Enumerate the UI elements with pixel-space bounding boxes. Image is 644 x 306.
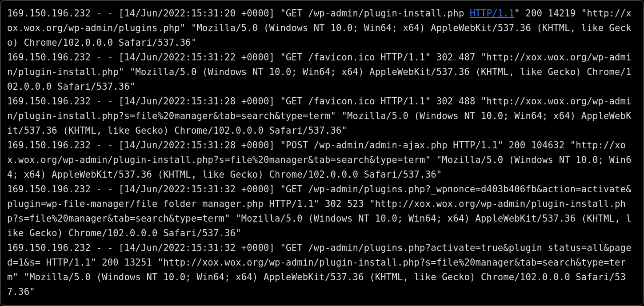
log-entry: 169.150.196.232 - - [14/Jun/2022:15:31:3… xyxy=(7,242,632,297)
log-entry: 169.150.196.232 - - [14/Jun/2022:15:31:3… xyxy=(7,184,632,238)
log-entry: 169.150.196.232 - - [14/Jun/2022:15:31:2… xyxy=(7,52,632,92)
log-text-pre: 169.150.196.232 - - [14/Jun/2022:15:31:2… xyxy=(7,96,632,136)
log-text-pre: 169.150.196.232 - - [14/Jun/2022:15:31:3… xyxy=(7,242,632,297)
log-text-pre: 169.150.196.232 - - [14/Jun/2022:15:31:3… xyxy=(7,184,632,238)
terminal-output[interactable]: 169.150.196.232 - - [14/Jun/2022:15:31:2… xyxy=(1,1,643,305)
log-entry: 169.150.196.232 - - [14/Jun/2022:15:31:2… xyxy=(7,140,632,180)
log-entry: 169.150.196.232 - - [14/Jun/2022:15:31:2… xyxy=(7,96,632,136)
log-text-pre: 169.150.196.232 - - [14/Jun/2022:15:31:2… xyxy=(7,8,470,19)
log-text-pre: 169.150.196.232 - - [14/Jun/2022:15:31:2… xyxy=(7,140,632,180)
log-entry: 169.150.196.232 - - [14/Jun/2022:15:31:2… xyxy=(7,8,632,48)
log-text-pre: 169.150.196.232 - - [14/Jun/2022:15:31:2… xyxy=(7,52,632,92)
http-protocol-link[interactable]: HTTP/1.1 xyxy=(470,8,514,19)
